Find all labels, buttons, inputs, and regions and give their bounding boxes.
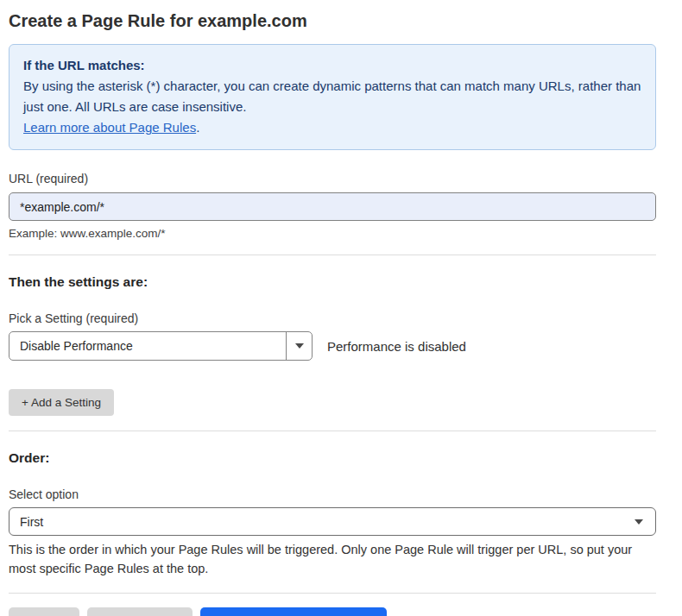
info-box-link-line: Learn more about Page Rules. [23, 117, 641, 138]
setting-status-text: Performance is disabled [327, 339, 466, 354]
order-select-label: Select option [9, 487, 656, 501]
add-setting-button[interactable]: + Add a Setting [9, 389, 114, 416]
pick-setting-label: Pick a Setting (required) [9, 311, 656, 325]
order-select-value: First [20, 515, 43, 529]
setting-row: Disable Performance Performance is disab… [9, 331, 656, 361]
url-match-info-box: If the URL matches: By using the asteris… [9, 44, 656, 150]
order-select-dropdown[interactable]: First [9, 507, 656, 536]
settings-section-heading: Then the settings are: [9, 274, 656, 290]
divider [9, 431, 656, 431]
save-as-draft-button[interactable]: Save as Draft [87, 607, 193, 616]
divider [9, 255, 656, 255]
url-field-label: URL (required) [9, 172, 656, 185]
divider [9, 593, 656, 594]
info-box-body: By using the asterisk (*) character, you… [23, 76, 641, 117]
order-description: This is the order in which your Page Rul… [9, 540, 652, 578]
url-example-helper: Example: www.example.com/* [9, 227, 656, 240]
info-box-heading: If the URL matches: [23, 55, 641, 76]
caret-down-icon [295, 343, 304, 349]
cancel-button[interactable]: Cancel [9, 607, 79, 616]
setting-select-dropdown[interactable]: Disable Performance [9, 331, 313, 361]
footer-actions: Cancel Save as Draft Save and Deploy Pag… [9, 607, 656, 616]
link-suffix: . [196, 120, 199, 135]
url-input[interactable] [9, 192, 656, 221]
save-and-deploy-button[interactable]: Save and Deploy Page Rule [200, 607, 387, 616]
learn-more-link[interactable]: Learn more about Page Rules [23, 120, 196, 135]
create-page-rule-form: Create a Page Rule for example.com If th… [0, 10, 682, 616]
setting-select-arrow-button[interactable] [286, 332, 312, 360]
setting-select-value: Disable Performance [9, 332, 286, 360]
order-section-heading: Order: [9, 450, 656, 466]
page-title: Create a Page Rule for example.com [9, 10, 656, 31]
caret-down-icon [635, 519, 643, 525]
